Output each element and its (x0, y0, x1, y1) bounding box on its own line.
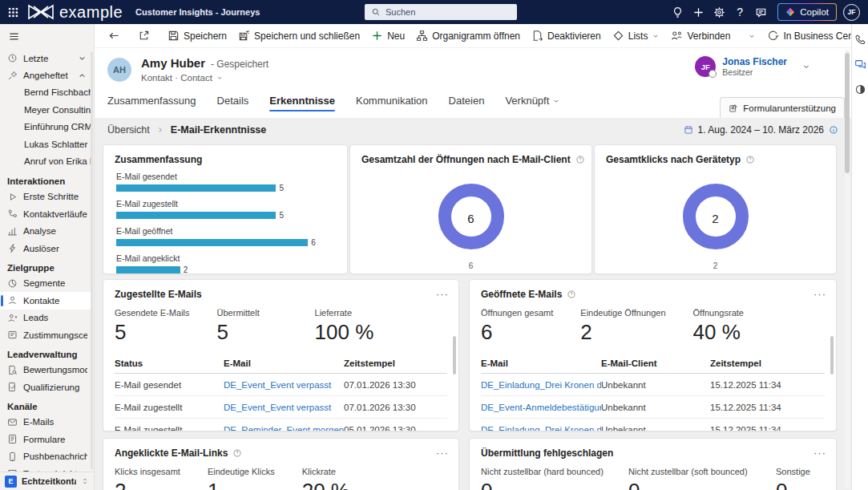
pinned-record[interactable]: Meyer Consulting... (0, 102, 91, 119)
pinned-record[interactable]: Einführung CRM S... (0, 119, 91, 136)
open-in-new-window-button[interactable] (132, 26, 155, 46)
date-range-filter[interactable]: 1. Aug. 2024 – 10. März 2026 (684, 124, 838, 136)
connect-dropdown-button[interactable] (742, 26, 761, 46)
app-launcher-icon[interactable] (0, 0, 26, 24)
more-menu-icon[interactable]: ··· (436, 450, 449, 456)
copilot-button[interactable]: Copilot (777, 3, 837, 21)
main-scrollbar[interactable] (845, 50, 850, 488)
pinned-record[interactable]: Bernd Fischbacher (0, 84, 91, 102)
sidebar-item-pushbenachrichtigungen[interactable]: Pushbenachrichti... (0, 448, 91, 466)
sidebar-scrollbar[interactable] (91, 51, 93, 469)
breadcrumb-parent[interactable]: Übersicht (107, 124, 150, 136)
sidebar-item-leads[interactable]: Leads (0, 310, 91, 327)
sidebar-item-ausloeser[interactable]: Auslöser (0, 240, 91, 257)
more-menu-icon[interactable]: ··· (813, 450, 826, 456)
accessibility-icon[interactable] (854, 83, 866, 95)
email-link[interactable]: DE_Einladung_Drei Kronen der Cust (481, 425, 601, 432)
sidebar-item-recent[interactable]: Letzte (0, 50, 91, 67)
sitemap-collapse-icon[interactable] (0, 24, 94, 46)
global-search-input[interactable]: Suchen (365, 4, 517, 20)
help-icon[interactable] (745, 155, 755, 164)
save-and-close-button[interactable]: Speichern und schließen (232, 26, 365, 46)
sidebar-item-emails[interactable]: E-Mails (0, 414, 91, 431)
email-link[interactable]: DE_Event_Event verpasst (224, 403, 331, 412)
tab-erkenntnisse[interactable]: Erkenntnisse (269, 95, 335, 111)
app-title[interactable]: Customer Insights - Journeys (135, 7, 260, 17)
area-switcher[interactable]: E Echtzeitkontaktve... (0, 472, 94, 490)
tab-details[interactable]: Details (217, 95, 249, 111)
sidebar-item-kontakte[interactable]: Kontakte (0, 292, 91, 310)
feedback-icon[interactable] (750, 0, 771, 24)
entity-form-selector[interactable]: Kontakt · Contact (141, 73, 224, 83)
calendar-icon (684, 125, 693, 135)
info-icon[interactable] (829, 125, 838, 135)
phone-icon[interactable] (854, 34, 866, 46)
new-button[interactable]: Neu (365, 26, 410, 46)
tab-kommunikation[interactable]: Kommunikation (356, 95, 428, 111)
more-menu-icon[interactable]: ··· (436, 291, 449, 298)
business-central-icon (767, 30, 779, 42)
owner-name: Jonas Fischer (722, 57, 787, 67)
pinned-record[interactable]: Lukas Schlatter (0, 136, 91, 154)
sidebar-item-bewertungsmodelle[interactable]: Bewertungsmodelle (0, 362, 91, 379)
owner-field[interactable]: JF Jonas Fischer Besitzer (695, 56, 811, 77)
sidebar-item-kontaktverlaeufe[interactable]: Kontaktverläufe (0, 205, 91, 223)
card-klicks-nach-geraetetyp: Gesamtklicks nach Gerätetyp 2 2 Desktop (594, 144, 837, 274)
add-icon[interactable] (688, 0, 709, 24)
user-avatar[interactable]: JF (843, 4, 860, 21)
card-title: Angeklickte E-Mail-Links (115, 447, 228, 459)
card-scrollbar[interactable] (453, 336, 456, 375)
pinned-record[interactable]: Anruf von Erika Ri... (0, 153, 91, 171)
save-icon (168, 30, 180, 42)
sitemap-nav: Letzte Angeheftet Bernd Fischbacher Meye… (0, 50, 91, 472)
sidebar-item-analyse[interactable]: Analyse (0, 223, 91, 241)
sidebar-item-textnachrichten[interactable]: Textnachrichten (0, 465, 91, 472)
connect-button[interactable]: Verbinden (665, 26, 736, 46)
trigger-icon (7, 243, 18, 253)
email-link[interactable]: DE_Einladung_Drei Kronen der Cust (481, 380, 601, 390)
donut-chart-clicks: 2 (676, 176, 756, 260)
help-icon[interactable] (575, 155, 585, 164)
stat-value: 20 % (302, 479, 363, 490)
tab-dateien[interactable]: Dateien (449, 95, 485, 111)
record-title: Amy Huber (141, 56, 205, 70)
sidebar-item-zustimmungscenter[interactable]: Zustimmungscent... (0, 326, 91, 344)
stat-value: 5 (115, 320, 190, 345)
more-menu-icon[interactable]: ··· (813, 291, 826, 298)
open-org-chart-button[interactable]: Organigramm öffnen (410, 26, 526, 46)
card-scrollbar[interactable] (830, 336, 834, 375)
deactivate-button[interactable]: Deaktivieren (526, 26, 607, 46)
card-title: Zusammenfassung (115, 154, 202, 165)
sidebar-item-erste-schritte[interactable]: Erste Schritte (0, 188, 91, 206)
tab-verknuepft[interactable]: Verknüpft (505, 95, 560, 111)
back-arrow-icon (108, 30, 120, 42)
form-tabs: Zusammenfassung Details Erkenntnisse Kom… (107, 95, 560, 111)
bar-label: E-Mail geöffnet (116, 226, 334, 236)
chart-icon (7, 226, 18, 237)
sidebar-item-formulare[interactable]: Formulare (0, 431, 91, 448)
settings-gear-icon[interactable] (709, 0, 729, 24)
main-scrollbar-thumb[interactable] (845, 53, 850, 173)
help-icon[interactable] (232, 448, 242, 458)
sidebar-item-segmente[interactable]: Segmente (0, 275, 91, 293)
contact-avatar: AH (107, 58, 131, 82)
teams-chat-icon[interactable] (854, 59, 866, 71)
save-close-icon (238, 30, 250, 42)
save-button[interactable]: Speichern (162, 26, 232, 46)
lightbulb-icon[interactable] (667, 0, 688, 24)
bar-email-zugestellt (116, 212, 276, 219)
copilot-icon (785, 7, 795, 17)
sidebar-item-qualifizierung[interactable]: Qualifizierung (0, 379, 91, 396)
sidebar-item-pinned[interactable]: Angeheftet (0, 67, 91, 85)
email-link[interactable]: DE_Event-Anmeldebestätigung (481, 403, 601, 412)
chevron-down-icon (216, 74, 224, 82)
back-button[interactable] (103, 26, 126, 46)
email-link[interactable]: DE_Event_Event verpasst (224, 380, 331, 390)
help-question-icon[interactable]: ? (729, 0, 750, 24)
lists-button[interactable]: Lists (607, 26, 666, 46)
form-assist-button[interactable]: Formularunterstützung (720, 97, 845, 118)
email-link[interactable]: DE_Reminder_Event morgen (224, 425, 344, 432)
stat-value: 2 (115, 479, 180, 490)
help-icon[interactable] (567, 290, 576, 299)
tab-zusammenfassung[interactable]: Zusammenfassung (107, 95, 196, 111)
